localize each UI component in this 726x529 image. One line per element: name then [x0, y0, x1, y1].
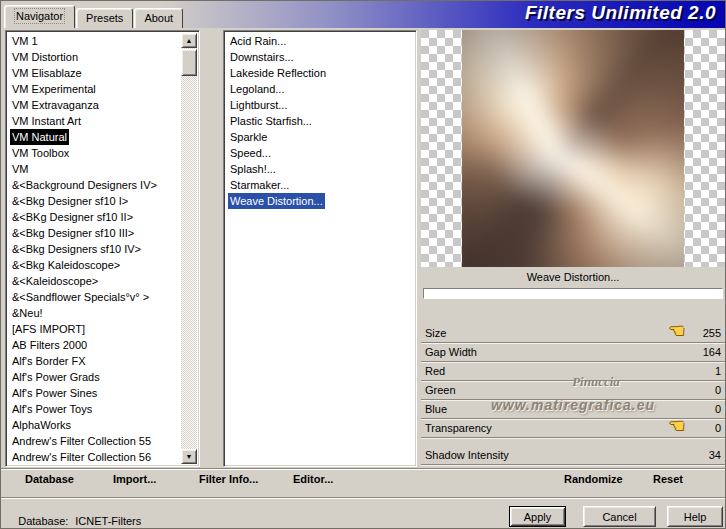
category-list-item[interactable]: Alf's Power Sines [8, 385, 180, 401]
filter-label: Lightburst... [228, 97, 289, 113]
category-label: &<Bkg Designer sf10 I> [10, 193, 130, 209]
randomize-button[interactable]: Randomize [564, 473, 623, 485]
category-label: VM Elisablaze [10, 65, 84, 81]
database-button[interactable]: Database [25, 473, 74, 485]
category-list-item[interactable]: Alf's Power Toys [8, 401, 180, 417]
category-label: VM Instant Art [10, 113, 83, 129]
category-list-item[interactable]: Alf's Border FX [8, 353, 180, 369]
category-list-item[interactable]: &<Bkg Kaleidoscope> [8, 257, 180, 273]
filters-unlimited-window: Filters Unlimited 2.0 Navigator Presets … [0, 0, 726, 529]
category-list-item[interactable]: AB Filters 2000 [8, 337, 180, 353]
pointing-hand-icon: ☚ [669, 417, 685, 435]
filter-list-item[interactable]: Speed... [226, 145, 414, 161]
category-list-item[interactable]: VM Experimental [8, 81, 180, 97]
category-label: AB Filters 2000 [10, 337, 89, 353]
parameter-label: Red [425, 364, 445, 379]
category-list-item[interactable]: [AFS IMPORT] [8, 321, 180, 337]
filter-label: Downstairs... [228, 49, 296, 65]
tab[interactable]: Presets [76, 8, 133, 28]
category-list-item[interactable]: VM Elisablaze [8, 65, 180, 81]
parameter-label: Transparency [425, 421, 492, 436]
category-list-item[interactable]: Alf's Power Grads [8, 369, 180, 385]
category-list-item[interactable]: &<BKg Designer sf10 II> [8, 209, 180, 225]
category-list-item[interactable]: &<Bkg Designer sf10 I> [8, 193, 180, 209]
preview-caption: Weave Distortion... [421, 271, 725, 283]
category-list-item[interactable]: &<Kaleidoscope> [8, 273, 180, 289]
filter-info-button[interactable]: Filter Info... [199, 473, 258, 485]
filter-list-item[interactable]: Splash!... [226, 161, 414, 177]
tab-label: Presets [86, 12, 123, 24]
category-list-item[interactable]: VM [8, 161, 180, 177]
filter-list-item[interactable]: Weave Distortion... [226, 193, 414, 209]
category-list-item[interactable]: Andrew's Filter Collection 55 [8, 433, 180, 449]
category-list-item[interactable]: AlphaWorks [8, 417, 180, 433]
editor-button[interactable]: Editor... [293, 473, 333, 485]
parameter-slider[interactable]: Shadow Intensity ☚ 34 [421, 448, 725, 465]
filter-list-item[interactable]: Sparkle [226, 129, 414, 145]
app-title: Filters Unlimited 2.0 [525, 2, 716, 24]
preview-panel: Weave Distortion... Size ☚ 255 Gap Width… [421, 30, 725, 467]
category-label: VM [10, 161, 31, 177]
filter-list-item[interactable]: Plastic Starfish... [226, 113, 414, 129]
parameter-slider[interactable]: Size ☚ 255 [421, 326, 725, 343]
parameter-slider[interactable]: Green ☚ 0 [421, 383, 725, 400]
status-filters: Filters:1336 [6, 516, 100, 529]
category-list-item[interactable]: VM Toolbox [8, 145, 180, 161]
parameter-value: 0 [715, 402, 721, 417]
category-list-item[interactable]: &Neu! [8, 305, 180, 321]
parameter-label: Green [425, 383, 456, 398]
filter-list-item[interactable]: Lightburst... [226, 97, 414, 113]
tab[interactable]: About [134, 8, 183, 28]
category-label: &<BKg Designer sf10 II> [10, 209, 135, 225]
import-button[interactable]: Import... [113, 473, 156, 485]
parameter-slider[interactable]: Transparency ☚ 0 [421, 421, 725, 438]
pointing-hand-icon: ☚ [669, 322, 685, 340]
category-list-item[interactable]: VM Natural [8, 129, 180, 145]
category-listbox: VM 1 VM Distortion VM Elisablaze VM Expe… [5, 30, 200, 467]
category-list-item[interactable]: &<Bkg Designers sf10 IV> [8, 241, 180, 257]
cancel-button[interactable]: Cancel [583, 506, 656, 527]
category-label: &<Kaleidoscope> [10, 273, 100, 289]
tab-label: Navigator [16, 10, 63, 22]
filter-label: Weave Distortion... [228, 193, 325, 209]
scrollbar-thumb[interactable] [181, 49, 197, 76]
parameter-slider[interactable]: Red ☚ 1 [421, 364, 725, 381]
parameter-value: 0 [715, 421, 721, 436]
category-list-item[interactable]: &<Bkg Designer sf10 III> [8, 225, 180, 241]
parameter-label: Gap Width [425, 345, 477, 360]
category-label: &<Bkg Designer sf10 III> [10, 225, 136, 241]
category-label: &<Bkg Kaleidoscope> [10, 257, 122, 273]
category-list-item[interactable]: VM Instant Art [8, 113, 180, 129]
category-label: AlphaWorks [10, 417, 73, 433]
category-label: VM 1 [10, 33, 40, 49]
preview-swirl-image [462, 30, 684, 267]
parameter-slider[interactable]: Gap Width ☚ 164 [421, 345, 725, 362]
category-list-item[interactable]: &<Background Designers IV> [8, 177, 180, 193]
parameter-value: 164 [703, 345, 721, 360]
filter-list-item[interactable]: Acid Rain... [226, 33, 414, 49]
category-list-item[interactable]: Andrew's Filter Collection 56 [8, 449, 180, 464]
category-label: &<Bkg Designers sf10 IV> [10, 241, 143, 257]
category-scrollbar[interactable]: ▲ ▼ [181, 33, 197, 464]
tab[interactable]: Navigator [4, 5, 75, 28]
category-label: Alf's Border FX [10, 353, 88, 369]
help-button[interactable]: Help [667, 506, 723, 527]
apply-button[interactable]: Apply [509, 506, 566, 527]
tab-label: About [144, 12, 173, 24]
filter-list-item[interactable]: Starmaker... [226, 177, 414, 193]
filter-list-item[interactable]: Lakeside Reflection [226, 65, 414, 81]
category-list-item[interactable]: VM Extravaganza [8, 97, 180, 113]
reset-button[interactable]: Reset [653, 473, 683, 485]
filter-label: Speed... [228, 145, 273, 161]
parameter-value: 1 [715, 364, 721, 379]
category-list-item[interactable]: VM Distortion [8, 49, 180, 65]
filter-label: Legoland... [228, 81, 286, 97]
filter-list-item[interactable]: Downstairs... [226, 49, 414, 65]
scroll-down-button[interactable]: ▼ [181, 449, 197, 464]
category-list-item[interactable]: VM 1 [8, 33, 180, 49]
scroll-up-button[interactable]: ▲ [181, 33, 197, 48]
filter-label: Lakeside Reflection [228, 65, 328, 81]
category-list-item[interactable]: &<Sandflower Specials°v° > [8, 289, 180, 305]
parameter-value: 255 [703, 326, 721, 341]
filter-list-item[interactable]: Legoland... [226, 81, 414, 97]
